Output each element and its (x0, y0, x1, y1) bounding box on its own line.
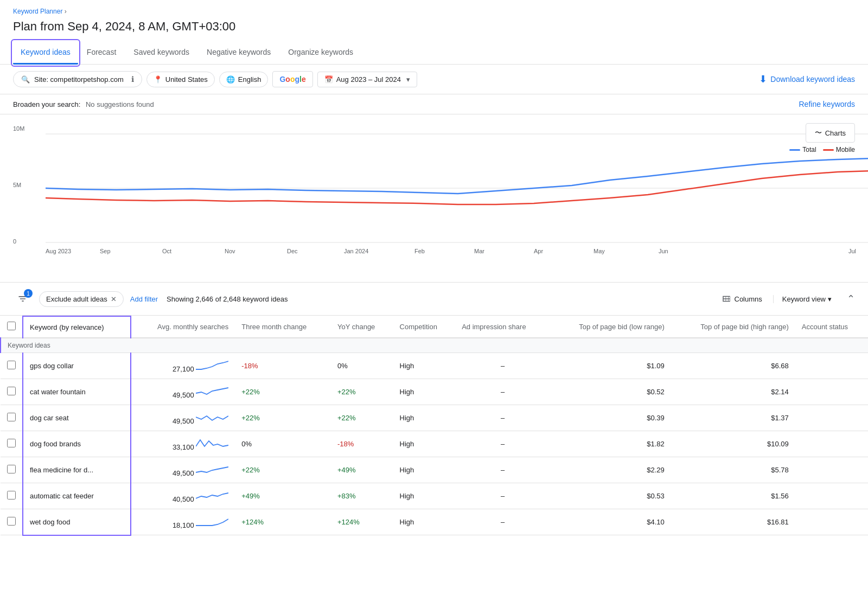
date-range-filter[interactable]: 📅 Aug 2023 – Jul 2024 ▾ (317, 72, 417, 87)
exclude-label: Exclude adult ideas (46, 295, 107, 303)
select-all-checkbox[interactable] (7, 322, 16, 330)
exclude-adult-chip: Exclude adult ideas ✕ (39, 291, 124, 307)
top-bid-high-value: $5.78 (771, 466, 789, 474)
top-bid-high-cell: $1.56 (671, 483, 795, 509)
top-bid-high-header[interactable]: Top of page bid (high range) (671, 316, 795, 338)
keyword-text: flea medicine for d... (30, 466, 93, 474)
three-month-value: +22% (241, 388, 260, 396)
sparkline (196, 437, 228, 450)
row-checkbox-cell (1, 353, 23, 379)
search-engine-filter[interactable]: Google (272, 71, 312, 87)
filter-badge: 1 (24, 289, 33, 298)
competition-cell: High (393, 379, 456, 405)
yoy-cell: +83% (331, 483, 393, 509)
competition-header[interactable]: Competition (393, 316, 456, 338)
tab-saved-keywords[interactable]: Saved keywords (125, 41, 198, 65)
date-range-value: Aug 2023 – Jul 2024 (336, 75, 401, 84)
filter-button[interactable]: 1 (13, 289, 33, 309)
tab-organize-keywords[interactable]: Organize keywords (279, 41, 362, 65)
sparkline (196, 411, 228, 424)
top-bid-low-header[interactable]: Top of page bid (low range) (550, 316, 671, 338)
ad-impression-cell: – (455, 379, 550, 405)
ad-impression-header[interactable]: Ad impression share (455, 316, 550, 338)
keyword-text: gps dog collar (30, 362, 74, 370)
refine-keywords-button[interactable]: Refine keywords (799, 100, 856, 108)
top-bid-low-value: $0.52 (647, 388, 665, 396)
language-filter[interactable]: 🌐 English (219, 72, 269, 87)
three-month-value: 0% (241, 440, 252, 448)
table-header-row: Keyword (by relevance) Avg. monthly sear… (1, 316, 868, 338)
top-bid-high-cell: $5.78 (671, 457, 795, 483)
keyword-view-button[interactable]: Keyword view ▾ (773, 295, 832, 303)
collapse-button[interactable]: ⌃ (847, 293, 855, 305)
avg-monthly-cell: 49,500 (131, 405, 235, 431)
columns-button[interactable]: Columns (722, 294, 762, 304)
three-month-value: +22% (241, 414, 260, 422)
remove-filter-button[interactable]: ✕ (111, 295, 117, 303)
chart-area: 〜 Charts Total Mobile 10M 5M 0 (0, 114, 868, 283)
search-filter[interactable]: 🔍 Site: competitorpetshop.com ℹ (13, 71, 142, 87)
tab-forecast[interactable]: Forecast (78, 41, 125, 65)
svg-text:Sep: Sep (100, 248, 111, 254)
top-bid-high-value: $1.56 (771, 492, 789, 500)
svg-text:Feb: Feb (414, 248, 425, 254)
top-bid-low-value: $0.39 (647, 414, 665, 422)
table-row: dog car seat 49,500 +22% +22% High – $0.… (1, 405, 868, 431)
checkbox-header (1, 316, 23, 338)
breadcrumb-separator: › (65, 8, 67, 15)
chevron-up-icon: ⌃ (847, 293, 855, 304)
avg-monthly-value: 18,100 (173, 521, 194, 529)
row-checkbox[interactable] (7, 413, 16, 421)
chart-legend: Total Mobile (789, 146, 855, 153)
sparkline (196, 489, 228, 502)
avg-monthly-header[interactable]: Avg. monthly searches (131, 316, 235, 338)
row-checkbox-cell (1, 483, 23, 509)
broaden-suggestions: No suggestions found (86, 100, 154, 108)
three-month-value: +22% (241, 466, 260, 474)
info-icon: ℹ (131, 75, 134, 84)
top-bid-high-cell: $1.37 (671, 405, 795, 431)
add-filter-button[interactable]: Add filter (130, 295, 158, 303)
avg-monthly-value: 49,500 (173, 417, 194, 425)
avg-monthly-cell: 49,500 (131, 457, 235, 483)
row-checkbox[interactable] (7, 491, 16, 499)
download-button[interactable]: ⬇ Download keyword ideas (759, 73, 855, 85)
row-checkbox[interactable] (7, 465, 16, 473)
yoy-cell: -18% (331, 431, 393, 457)
keyword-view-label: Keyword view (782, 295, 826, 303)
row-checkbox[interactable] (7, 517, 16, 526)
google-logo: Google (279, 75, 305, 84)
yoy-header[interactable]: YoY change (331, 316, 393, 338)
tab-negative-keywords[interactable]: Negative keywords (198, 41, 279, 65)
svg-text:Aug 2023: Aug 2023 (46, 248, 71, 254)
breadcrumb-link[interactable]: Keyword Planner (13, 8, 62, 15)
location-value: United States (165, 75, 208, 84)
keyword-header[interactable]: Keyword (by relevance) (23, 316, 131, 338)
top-bid-high-value: $16.81 (767, 518, 789, 526)
row-checkbox[interactable] (7, 387, 16, 395)
three-month-header[interactable]: Three month change (235, 316, 331, 338)
avg-monthly-cell: 18,100 (131, 509, 235, 535)
competition-cell: High (393, 405, 456, 431)
calendar-icon: 📅 (324, 75, 333, 84)
charts-button[interactable]: 〜 Charts (806, 123, 855, 143)
row-checkbox[interactable] (7, 439, 16, 447)
svg-text:Nov: Nov (225, 248, 235, 254)
avg-monthly-cell: 49,500 (131, 379, 235, 405)
location-icon: 📍 (154, 75, 162, 84)
top-bid-high-value: $2.14 (771, 388, 789, 396)
account-status-header[interactable]: Account status (795, 316, 868, 338)
keyword-cell: wet dog food (23, 509, 131, 535)
tab-keyword-ideas[interactable]: Keyword ideas (13, 41, 78, 65)
account-status-cell (795, 509, 868, 535)
keyword-text: dog food brands (30, 440, 81, 448)
top-bid-low-value: $2.29 (647, 466, 665, 474)
row-checkbox[interactable] (7, 361, 16, 369)
three-month-cell: +22% (235, 379, 331, 405)
top-bid-low-value: $0.53 (647, 492, 665, 500)
ad-impression-value: – (501, 362, 505, 370)
competition-value: High (400, 414, 414, 422)
location-filter[interactable]: 📍 United States (146, 72, 215, 87)
yoy-cell: +49% (331, 457, 393, 483)
y-axis: 10M 5M 0 (13, 125, 24, 245)
